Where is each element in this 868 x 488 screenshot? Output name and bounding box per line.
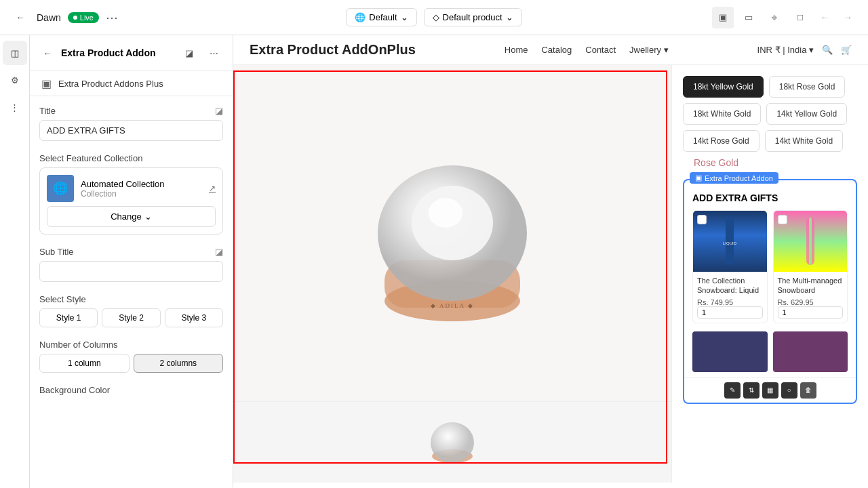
nav-home[interactable]: Home — [505, 45, 528, 55]
panel-back-button[interactable]: ← — [39, 45, 56, 61]
change-collection-button[interactable]: Change ⌄ — [47, 206, 216, 227]
columns-label: Number of Columns — [39, 340, 223, 350]
bgcolor-field-group: Background Color — [39, 385, 223, 395]
tablet-view-button[interactable]: ▭ — [738, 7, 760, 28]
panel-sub-item[interactable]: ▣ Extra Product Addons Plus — [30, 71, 233, 96]
2columns-button[interactable]: 2 columns — [134, 354, 224, 373]
cart-icon[interactable]: 🛒 — [841, 45, 852, 55]
subtitle-field-group: Sub Title ◪ — [39, 247, 223, 282]
gold-btn-18kt-yellow[interactable]: 18kt Yellow Gold — [683, 76, 764, 98]
addon-toolbar: ✎ ⇅ ▦ ○ 🗑 — [684, 378, 856, 403]
sidebar-settings-button[interactable]: ⚙ — [3, 68, 27, 92]
collection-name: Automated Collection — [81, 179, 165, 189]
theme-selector[interactable]: 🌐 Default ⌄ — [346, 8, 416, 26]
style1-button[interactable]: Style 1 — [39, 308, 98, 327]
collection-label: Select Featured Collection — [39, 153, 223, 163]
gold-btn-row1: 18kt Yellow Gold 18kt Rose Gold — [683, 76, 857, 98]
subtitle-input[interactable] — [39, 261, 223, 282]
addon-checkbox-1[interactable] — [697, 215, 707, 224]
gold-btn-row2: 18kt White Gold 14kt Yellow Gold — [683, 103, 857, 125]
nav-contact[interactable]: Contact — [585, 45, 616, 55]
addon-product-name-2: The Multi-managed Snowboard — [778, 276, 844, 296]
style3-button[interactable]: Style 3 — [165, 308, 223, 327]
mobile-view-button[interactable]: ⎆ — [764, 7, 785, 28]
gold-btn-18kt-rose[interactable]: 18kt Rose Gold — [769, 76, 846, 98]
snowboard1-svg: LIQUID — [716, 214, 743, 268]
toolbar-move-btn[interactable]: ⇅ — [743, 382, 760, 399]
gold-btn-row3: 14kt Rose Gold 14kt White Gold — [683, 130, 857, 152]
addon-qty-2[interactable]: 1 — [778, 306, 844, 319]
1column-button[interactable]: 1 column — [39, 354, 130, 373]
nav-catalog[interactable]: Catalog — [541, 45, 572, 55]
collection-box: 🌐 Automated Collection Collection ↗ Chan… — [39, 167, 223, 235]
addon-product-card-1: LIQUID The Collection Snowboard: Liquid … — [692, 210, 768, 323]
collection-type: Collection — [81, 189, 165, 199]
red-border-bottom — [233, 462, 667, 464]
sidebar-apps-button[interactable]: ⋮ — [3, 95, 27, 119]
code-view-button[interactable]: □ — [789, 7, 811, 28]
right-panel: 18kt Yellow Gold 18kt Rose Gold 18kt Whi… — [671, 65, 868, 483]
left-panel: ← Extra Product Addon ◪ ⋯ ▣ Extra Produc… — [30, 35, 233, 488]
chevron-down-icon3: ⌄ — [144, 211, 152, 222]
title-field-label: Title ◪ — [39, 106, 223, 116]
more-menu-button[interactable]: ⋯ — [106, 10, 118, 25]
title-input[interactable] — [39, 120, 223, 141]
store-actions: INR ₹ | India ▾ 🔍 🛒 — [757, 45, 852, 55]
desktop-view-button[interactable]: ▣ — [712, 7, 734, 28]
addon-badge-label: Extra Product Addon — [705, 174, 773, 182]
svg-point-4 — [429, 198, 462, 228]
gold-btn-14kt-rose[interactable]: 14kt Rose Gold — [683, 130, 760, 152]
toolbar-duplicate-btn[interactable]: ▦ — [762, 382, 778, 399]
addon-qty-1[interactable]: 1 — [697, 306, 763, 319]
addon-badge-icon: ▣ — [695, 174, 702, 182]
panel-body: Title ◪ Select Featured Collection 🌐 Aut… — [30, 96, 233, 488]
columns-buttons: 1 column 2 columns — [39, 354, 223, 373]
product-selector[interactable]: ◇ Default product ⌄ — [424, 8, 522, 26]
panel-more-button[interactable]: ⋯ — [204, 43, 223, 62]
red-border-right — [666, 70, 667, 464]
main-product-image: ◆ ADILA ◆ — [233, 65, 671, 401]
panel-database-icon[interactable]: ◪ — [180, 43, 199, 62]
addon-more-2 — [773, 331, 848, 372]
gold-btn-14kt-yellow[interactable]: 14kt Yellow Gold — [766, 103, 847, 125]
gold-btn-18kt-white[interactable]: 18kt White Gold — [683, 103, 761, 125]
toolbar-delete-btn[interactable]: 🗑 — [800, 382, 816, 399]
gold-btn-14kt-white[interactable]: 14kt White Gold — [765, 130, 843, 152]
style-field-group: Select Style Style 1 Style 2 Style 3 — [39, 294, 223, 327]
subtitle-db-icon: ◪ — [215, 247, 223, 257]
addon-checkbox-2[interactable] — [778, 215, 787, 224]
style-label-text: Select Style — [39, 294, 86, 304]
subtitle-field-label: Sub Title ◪ — [39, 247, 223, 257]
theme-name: Default — [369, 12, 397, 22]
nav-jwellery[interactable]: Jwellery ▾ — [629, 45, 669, 55]
undo-button[interactable]: ← — [815, 8, 834, 27]
title-db-icon: ◪ — [215, 106, 223, 116]
toolbar-hide-btn[interactable]: ○ — [781, 382, 797, 399]
back-button[interactable]: ← — [11, 8, 30, 27]
addon-more-1 — [692, 331, 768, 372]
search-icon[interactable]: 🔍 — [822, 45, 833, 55]
red-border-left — [233, 70, 235, 464]
bgcolor-label-text: Background Color — [39, 385, 110, 395]
gold-options: 18kt Yellow Gold 18kt Rose Gold 18kt Whi… — [672, 65, 868, 168]
title-label-text: Title — [39, 106, 56, 116]
toolbar-edit-btn[interactable]: ✎ — [724, 382, 741, 399]
collection-field-group: Select Featured Collection 🌐 Automated C… — [39, 153, 223, 235]
store-nav: Home Catalog Contact Jwellery ▾ — [505, 45, 669, 55]
snowboard2-svg — [797, 214, 824, 268]
chevron-down-icon: ⌄ — [401, 12, 408, 22]
redo-button[interactable]: → — [838, 8, 857, 27]
addon-title: ADD EXTRA GIFTS — [684, 180, 856, 210]
style2-button[interactable]: Style 2 — [102, 308, 160, 327]
collection-thumbnail: 🌐 — [47, 175, 74, 202]
preview-area: Extra Product AddOnPlus Home Catalog Con… — [233, 35, 868, 488]
small-product-img1 — [233, 402, 671, 483]
product-name: Default product — [443, 12, 502, 22]
collection-external-link[interactable]: ↗ — [209, 184, 216, 193]
bgcolor-label: Background Color — [39, 385, 223, 395]
chevron-down-icon2: ⌄ — [506, 12, 513, 22]
addon-badge: ▣ Extra Product Addon — [690, 172, 778, 184]
currency-selector[interactable]: INR ₹ | India ▾ — [757, 45, 814, 55]
sidebar-sections-button[interactable]: ◫ — [3, 41, 27, 65]
panel-title: Extra Product Addon — [61, 47, 174, 58]
